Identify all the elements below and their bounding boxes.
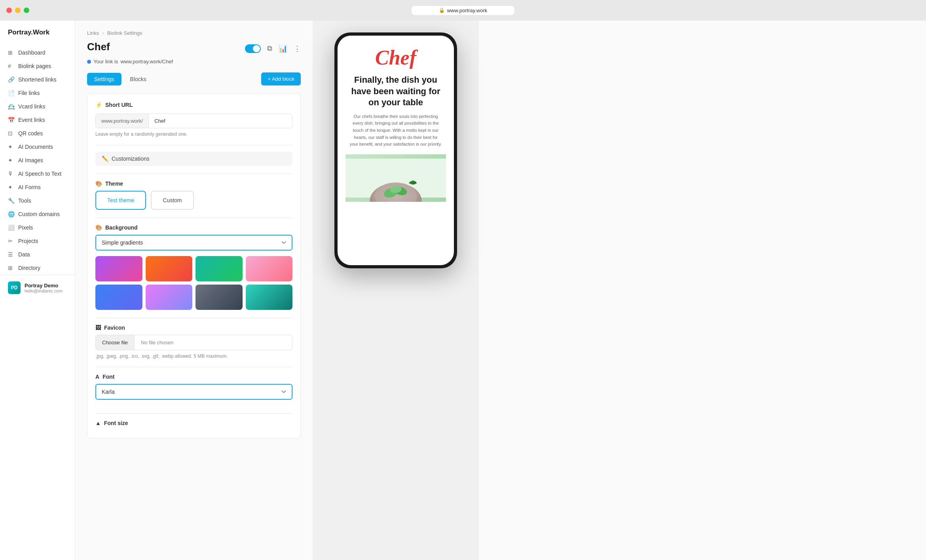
sidebar-item-directory[interactable]: ⊞ Directory bbox=[0, 261, 75, 275]
sidebar-item-vcard[interactable]: 📇 Vcard links bbox=[0, 100, 75, 113]
chart-icon[interactable]: 📊 bbox=[279, 44, 287, 53]
sidebar-label-directory: Directory bbox=[18, 265, 40, 271]
font-section: A Font Karla Inter Roboto Open Sans bbox=[95, 374, 292, 405]
sidebar-label-ai-docs: AI Documents bbox=[18, 144, 53, 150]
background-section: 🎨 Background Simple gradients Solid colo… bbox=[95, 224, 292, 310]
breadcrumb-parent[interactable]: Links bbox=[87, 30, 99, 36]
gradient-swatch-teal-green[interactable] bbox=[195, 256, 243, 281]
sidebar-item-custom-domains[interactable]: 🌐 Custom domains bbox=[0, 207, 75, 221]
maximize-button[interactable] bbox=[24, 8, 29, 13]
tabs: Settings Blocks bbox=[87, 73, 154, 85]
traffic-lights bbox=[6, 8, 29, 13]
close-button[interactable] bbox=[6, 8, 12, 13]
sidebar-item-tools[interactable]: 🔧 Tools bbox=[0, 194, 75, 207]
title-bar: 🔒 www.portray.work bbox=[0, 0, 926, 21]
more-icon[interactable]: ⋮ bbox=[294, 44, 301, 53]
footer-info: Portray Demo hello@indianic.com bbox=[25, 283, 63, 293]
font-dropdown[interactable]: Karla Inter Roboto Open Sans bbox=[95, 384, 292, 400]
vcard-icon: 📇 bbox=[8, 103, 14, 110]
font-size-icon: ▲ bbox=[95, 420, 101, 426]
main-panel: Links › Biolink Settings Chef ⧉ 📊 ⋮ bbox=[75, 21, 926, 560]
customizations-label: Customizations bbox=[112, 156, 150, 162]
background-title: 🎨 Background bbox=[95, 224, 292, 231]
sidebar-label-ai-speech: AI Speech to Text bbox=[18, 171, 61, 177]
sidebar-label-ai-forms: AI Forms bbox=[18, 184, 41, 190]
favicon-label: Favicon bbox=[104, 325, 125, 331]
sidebar-item-shortened[interactable]: 🔗 Shortened links bbox=[0, 73, 75, 86]
sidebar-item-qrcodes[interactable]: ⊡ QR codes bbox=[0, 127, 75, 140]
url-text: www.portray.work bbox=[447, 8, 488, 13]
copy-icon[interactable]: ⧉ bbox=[267, 44, 272, 53]
breadcrumb-current: Biolink Settings bbox=[107, 30, 142, 36]
url-prefix: www.portray.work/ bbox=[96, 114, 149, 128]
sidebar-label-event: Event links bbox=[18, 117, 45, 123]
toggle-switch[interactable] bbox=[245, 44, 261, 53]
short-url-title: ⚡ Short URL bbox=[95, 102, 292, 108]
choose-file-button[interactable]: Choose file bbox=[96, 335, 135, 350]
url-hint: Leave empty for a randomly generated one… bbox=[95, 131, 292, 137]
sidebar-label-ai-images: AI Images bbox=[18, 157, 43, 163]
gradient-swatch-pink-purple2[interactable] bbox=[146, 285, 193, 310]
short-url-section: ⚡ Short URL www.portray.work/ Leave empt… bbox=[95, 102, 292, 137]
divider-4 bbox=[95, 318, 292, 318]
add-block-button[interactable]: + Add block bbox=[261, 72, 301, 85]
shortened-icon: 🔗 bbox=[8, 76, 14, 83]
sidebar-item-ai-docs[interactable]: ✦ AI Documents bbox=[0, 140, 75, 154]
theme-cards: Test theme Custom bbox=[95, 191, 292, 210]
customizations-bar[interactable]: ✏️ Customizations bbox=[95, 152, 292, 166]
ai-docs-icon: ✦ bbox=[8, 144, 14, 150]
sidebar-label-filelinks: File links bbox=[18, 90, 40, 96]
gradient-swatch-purple-pink[interactable] bbox=[95, 256, 142, 281]
footer-name: Portray Demo bbox=[25, 283, 63, 289]
phone-mockup: Chef Finally, the dish you have been wai… bbox=[334, 32, 457, 268]
tab-settings[interactable]: Settings bbox=[87, 73, 121, 85]
sidebar-item-data[interactable]: ☰ Data bbox=[0, 248, 75, 261]
gradient-swatch-gray-dark[interactable] bbox=[195, 285, 243, 310]
custom-domains-icon: 🌐 bbox=[8, 211, 14, 217]
sidebar-item-biolink[interactable]: # Biolink pages bbox=[0, 59, 75, 73]
sidebar-label-data: Data bbox=[18, 251, 30, 258]
gradient-swatch-orange-red[interactable] bbox=[146, 256, 193, 281]
page-title: Chef bbox=[87, 41, 110, 53]
gradient-swatch-teal-dark[interactable] bbox=[246, 285, 293, 310]
background-dropdown[interactable]: Simple gradients Solid color Image bbox=[95, 235, 292, 251]
sidebar-item-filelinks[interactable]: 📄 File links bbox=[0, 86, 75, 100]
background-icon: 🎨 bbox=[95, 224, 102, 231]
biolink-icon: # bbox=[8, 63, 14, 69]
phone-food-image bbox=[345, 154, 446, 202]
sidebar-item-ai-images[interactable]: ✦ AI Images bbox=[0, 154, 75, 167]
sidebar-item-ai-speech[interactable]: 🎙 AI Speech to Text bbox=[0, 167, 75, 180]
font-size-label: Font size bbox=[104, 420, 128, 426]
sidebar-item-dashboard[interactable]: ⊞ Dashboard bbox=[0, 46, 75, 59]
url-input-group: www.portray.work/ bbox=[95, 114, 292, 128]
sidebar-item-ai-forms[interactable]: ✦ AI Forms bbox=[0, 180, 75, 194]
breadcrumb: Links › Biolink Settings bbox=[87, 30, 301, 36]
url-input-field[interactable] bbox=[149, 114, 292, 128]
filelinks-icon: 📄 bbox=[8, 90, 14, 96]
minimize-button[interactable] bbox=[15, 8, 21, 13]
theme-title: 🎨 Theme bbox=[95, 180, 292, 187]
sidebar-item-pixels[interactable]: ⬜ Pixels bbox=[0, 221, 75, 234]
background-label: Background bbox=[105, 224, 138, 231]
theme-card-test[interactable]: Test theme bbox=[95, 191, 146, 210]
page-header: Chef ⧉ 📊 ⋮ bbox=[87, 41, 301, 56]
sidebar-item-projects[interactable]: ✂ Projects bbox=[0, 234, 75, 248]
content-area: Links › Biolink Settings Chef ⧉ 📊 ⋮ bbox=[75, 21, 926, 560]
directory-icon: ⊞ bbox=[8, 265, 14, 271]
settings-card: ⚡ Short URL www.portray.work/ Leave empt… bbox=[87, 93, 301, 439]
url-bar[interactable]: 🔒 www.portray.work bbox=[412, 6, 514, 15]
sidebar-item-event[interactable]: 📅 Event links bbox=[0, 113, 75, 127]
favicon-icon: 🖼 bbox=[95, 325, 101, 331]
font-title: A Font bbox=[95, 374, 292, 380]
gradient-swatch-pink-rose[interactable] bbox=[246, 256, 293, 281]
avatar: PD bbox=[8, 281, 21, 294]
gradient-swatch-blue-indigo[interactable] bbox=[95, 285, 142, 310]
theme-section: 🎨 Theme Test theme Custom bbox=[95, 180, 292, 210]
divider-2 bbox=[95, 174, 292, 174]
favicon-title: 🖼 Favicon bbox=[95, 325, 292, 331]
tab-blocks[interactable]: Blocks bbox=[123, 73, 154, 85]
divider-1 bbox=[95, 145, 292, 145]
tools-icon: 🔧 bbox=[8, 197, 14, 204]
sidebar: Portray.Work ⊞ Dashboard # Biolink pages… bbox=[0, 21, 75, 560]
theme-card-custom[interactable]: Custom bbox=[151, 191, 194, 210]
